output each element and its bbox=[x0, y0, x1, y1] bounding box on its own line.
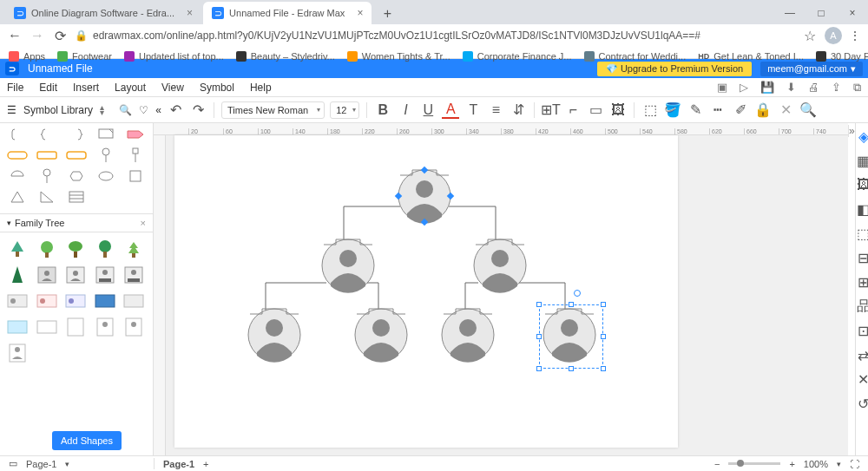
app-logo[interactable]: ⊃ bbox=[5, 62, 19, 75]
shape-icon[interactable]: ▭ bbox=[587, 101, 604, 119]
zoom-out-icon[interactable]: − bbox=[714, 459, 720, 469]
shape-table[interactable] bbox=[64, 189, 89, 205]
card-4[interactable] bbox=[93, 290, 117, 312]
card-8[interactable] bbox=[63, 316, 88, 338]
shape-pill[interactable] bbox=[5, 147, 30, 163]
shape-brace[interactable] bbox=[35, 127, 59, 142]
account-menu[interactable]: meem@gmail.com ▾ bbox=[760, 62, 863, 76]
add-shapes-button[interactable]: Add Shapes bbox=[52, 431, 122, 450]
menu-insert[interactable]: Insert bbox=[73, 82, 99, 94]
layers-icon[interactable]: ▦ bbox=[856, 153, 868, 168]
search-icon[interactable]: 🔍 bbox=[119, 104, 132, 116]
resize-handle-w[interactable] bbox=[536, 334, 542, 339]
tree-shape-1[interactable] bbox=[5, 238, 30, 260]
selection-rotate-handle[interactable] bbox=[574, 290, 581, 297]
image-tool-icon[interactable]: 🖼 bbox=[856, 177, 868, 193]
tab-close-icon[interactable]: × bbox=[357, 7, 363, 19]
print-icon[interactable]: 🖨 bbox=[808, 81, 819, 95]
zoom-in-icon[interactable]: + bbox=[789, 459, 794, 469]
shape-right-triangle[interactable] bbox=[35, 189, 59, 205]
save-icon[interactable]: 💾 bbox=[760, 81, 774, 95]
card-6[interactable] bbox=[5, 316, 30, 338]
bold-icon[interactable]: B bbox=[374, 101, 391, 119]
shuffle-icon[interactable]: ✕ bbox=[856, 371, 868, 387]
tree-shape-5[interactable] bbox=[122, 238, 146, 260]
group-icon[interactable]: ⬚ bbox=[856, 226, 868, 241]
back-icon[interactable]: ← bbox=[7, 28, 23, 43]
browser-menu-icon[interactable]: ⋮ bbox=[849, 29, 861, 43]
tab-close-icon[interactable]: × bbox=[187, 7, 193, 19]
align-left-icon[interactable]: ≡ bbox=[487, 101, 504, 119]
page-dropdown-icon[interactable]: ▾ bbox=[65, 460, 69, 468]
forward-icon[interactable]: → bbox=[30, 28, 45, 43]
bookmark-2[interactable]: Updated list of top... bbox=[124, 51, 224, 62]
shape-square[interactable] bbox=[123, 168, 148, 184]
add-page-icon[interactable]: + bbox=[203, 459, 208, 469]
fullscreen-icon[interactable]: ⛶ bbox=[850, 459, 859, 469]
symbol-library-header[interactable]: ☰ Symbol Library ▴▾ 🔍 ♡ « bbox=[7, 104, 161, 116]
distribute-icon[interactable]: ⊟ bbox=[856, 250, 868, 265]
download-icon[interactable]: ⬇ bbox=[786, 81, 796, 95]
chevron-updown-icon[interactable]: ▴▾ bbox=[100, 105, 104, 115]
resize-handle-sw[interactable] bbox=[536, 366, 542, 371]
layout-icon[interactable]: ⊡ bbox=[856, 323, 868, 338]
bookmark-7[interactable]: HDGet Lean & Toned I... bbox=[698, 51, 804, 62]
profile-avatar[interactable]: A bbox=[825, 27, 842, 44]
bookmark-8[interactable]: 30 Day Fitness Chal... bbox=[816, 51, 868, 62]
resize-handle-n[interactable] bbox=[569, 302, 574, 307]
person-card-3[interactable] bbox=[93, 264, 117, 286]
pen-icon[interactable]: ✎ bbox=[687, 101, 704, 119]
browser-tab-0[interactable]: ⊃ Online Diagram Software - Edra... × bbox=[5, 2, 201, 24]
italic-icon[interactable]: I bbox=[397, 101, 414, 119]
resize-handle-s[interactable] bbox=[569, 366, 574, 371]
person-card-2[interactable] bbox=[63, 264, 88, 286]
star-icon[interactable]: ☆ bbox=[802, 28, 818, 43]
connector-icon[interactable]: ⌐ bbox=[564, 101, 582, 119]
present-icon[interactable]: ▣ bbox=[717, 81, 727, 95]
font-color-icon[interactable]: A bbox=[442, 101, 459, 119]
resize-handle-e[interactable] bbox=[601, 334, 606, 339]
hierarchy-icon[interactable]: 品 bbox=[856, 298, 868, 314]
maximize-icon[interactable]: □ bbox=[806, 7, 837, 19]
shape-pin[interactable] bbox=[94, 147, 118, 163]
menu-help[interactable]: Help bbox=[250, 82, 272, 94]
close-icon[interactable]: × bbox=[837, 7, 868, 19]
card-10[interactable] bbox=[122, 316, 146, 338]
tree-shape-4[interactable] bbox=[93, 238, 117, 260]
shape-brace2[interactable] bbox=[64, 127, 89, 142]
font-family-select[interactable]: Times New Roman bbox=[221, 101, 325, 119]
fill-tool-icon[interactable]: ◈ bbox=[856, 128, 868, 144]
canvas[interactable] bbox=[166, 135, 848, 455]
shape-pin2[interactable] bbox=[123, 147, 148, 163]
text-box-icon[interactable]: ⊞T bbox=[542, 101, 559, 119]
shape-rounded[interactable] bbox=[35, 147, 59, 163]
lock-icon[interactable]: 🔒 bbox=[754, 101, 772, 119]
pages-icon[interactable]: ▭ bbox=[9, 458, 17, 469]
collaborate-icon[interactable]: ⧉ bbox=[853, 81, 861, 95]
tree-shape-3[interactable] bbox=[63, 238, 88, 260]
text-style-icon[interactable]: T bbox=[464, 101, 482, 119]
shape-lollipop[interactable] bbox=[35, 168, 59, 184]
menu-symbol[interactable]: Symbol bbox=[200, 82, 234, 94]
edit-icon[interactable]: ✐ bbox=[732, 101, 749, 119]
person-card-4[interactable] bbox=[122, 264, 146, 286]
arrange-icon[interactable]: ⬚ bbox=[641, 101, 659, 119]
menu-file[interactable]: File bbox=[7, 82, 23, 94]
card-1[interactable] bbox=[5, 290, 30, 312]
zoom-dropdown-icon[interactable]: ▾ bbox=[837, 460, 841, 468]
section-close-icon[interactable]: × bbox=[141, 218, 146, 228]
share-icon[interactable]: ⇪ bbox=[832, 81, 841, 95]
menu-view[interactable]: View bbox=[161, 82, 184, 94]
new-tab-button[interactable]: + bbox=[377, 3, 398, 24]
line-spacing-icon[interactable]: ⇵ bbox=[510, 101, 527, 119]
search-tool-icon[interactable]: 🔍 bbox=[799, 101, 817, 119]
page-tab-1[interactable]: Page-1 bbox=[163, 459, 194, 469]
collapse-panels-icon[interactable]: » bbox=[848, 125, 855, 137]
minimize-icon[interactable]: — bbox=[774, 7, 806, 19]
address-bar[interactable]: 🔒 edrawmax.com/online/app.html?y0/KUjV2y… bbox=[75, 29, 795, 42]
resize-handle-se[interactable] bbox=[601, 366, 606, 371]
person-card-1[interactable] bbox=[35, 264, 59, 286]
shape-triangle[interactable] bbox=[5, 189, 30, 205]
resize-handle-ne[interactable] bbox=[601, 302, 606, 307]
shape-hexagon[interactable] bbox=[64, 168, 89, 184]
